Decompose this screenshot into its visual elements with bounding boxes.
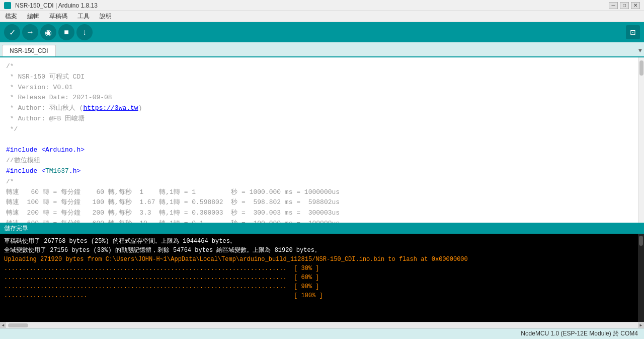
toolbar: ✓ → ◉ ■ ↓ ⊡ [0,22,644,42]
horizontal-scrollbar[interactable]: ◀ ▶ [0,322,644,328]
maximize-button[interactable]: □ [620,2,629,9]
code-editor[interactable]: /* * NSR-150 可程式 CDI * Version: V0.01 * … [0,57,638,223]
menu-help[interactable]: 說明 [97,11,115,22]
scroll-right-button[interactable]: ▶ [638,322,644,328]
scroll-left-button[interactable]: ◀ [0,322,6,328]
h-scroll-thumb[interactable] [8,323,28,327]
console-line-2: 全域變數使用了 27156 bytes (33%) 的動態記憶體，剩餘 5476… [4,246,640,255]
code-line-include2: #include <TM1637.h> [6,167,80,175]
menu-bar: 檔案 編輯 草稿碼 工具 說明 [0,11,644,22]
status-text: 儲存完畢 [4,224,28,233]
menu-file[interactable]: 檔案 [2,11,20,22]
console-line-3: Uploading 271920 bytes from C:\Users\JOH… [4,255,640,264]
close-button[interactable]: ✕ [631,2,640,9]
console-scrollbar-thumb[interactable] [639,236,643,246]
app-icon [4,2,11,9]
serial-monitor-button[interactable]: ⊡ [626,25,640,39]
editor-area: /* * NSR-150 可程式 CDI * Version: V0.01 * … [0,57,644,223]
console-output: 草稿碼使用了 267768 bytes (25%) 的程式儲存空間。上限為 10… [0,234,644,322]
console-area: 草稿碼使用了 267768 bytes (25%) 的程式儲存空間。上限為 10… [0,234,644,322]
title-bar: NSR-150_CDI | Arduino 1.8.13 ─ □ ✕ [0,0,644,11]
tab-bar: NSR-150_CDI ▼ [0,42,644,57]
code-line-comment1: //數位模組 [6,157,40,164]
bottom-status-bar: NodeMCU 1.0 (ESP-12E Module) 於 COM4 [0,328,644,339]
console-line-1: 草稿碼使用了 267768 bytes (25%) 的程式儲存空間。上限為 10… [4,237,640,246]
window-title: NSR-150_CDI | Arduino 1.8.13 [15,2,98,9]
status-bar: 儲存完畢 [0,223,644,234]
minimize-button[interactable]: ─ [609,2,618,9]
code-line-include1: #include <Arduino.h> [6,146,85,154]
code-line-1: /* * NSR-150 可程式 CDI * Version: V0.01 * … [6,62,142,133]
stop-button[interactable]: ■ [58,24,74,40]
menu-sketch[interactable]: 草稿碼 [46,11,70,22]
h-scroll-track [6,323,638,327]
editor-vertical-scrollbar[interactable] [638,57,644,223]
menu-edit[interactable]: 編輯 [24,11,42,22]
menu-tools[interactable]: 工具 [74,11,93,22]
tab-nsr150-cdi[interactable]: NSR-150_CDI [2,45,56,56]
console-vertical-scrollbar[interactable] [638,234,644,322]
console-line-5: ........................................… [4,273,640,282]
toolbar-right: ⊡ [626,25,640,39]
editor-scrollbar-thumb[interactable] [639,60,643,76]
verify-button[interactable]: ✓ [4,24,20,40]
console-line-4: ........................................… [4,264,640,273]
upload-button[interactable]: → [22,24,38,40]
console-line-7: ....................... [ 100% ] [4,291,640,300]
console-line-6: ........................................… [4,282,640,291]
window-controls[interactable]: ─ □ ✕ [609,2,640,9]
new-button[interactable]: ↓ [76,24,93,40]
title-bar-left: NSR-150_CDI | Arduino 1.8.13 [4,2,98,9]
code-line-comment2: /* 轉速 60 轉 = 每分鐘 60 轉,每秒 1 轉,1轉 = 1 秒 = … [6,178,340,223]
debug-button[interactable]: ◉ [40,24,56,40]
board-info: NodeMCU 1.0 (ESP-12E Module) 於 COM4 [521,329,638,338]
tab-arrow-icon[interactable]: ▼ [638,47,642,54]
